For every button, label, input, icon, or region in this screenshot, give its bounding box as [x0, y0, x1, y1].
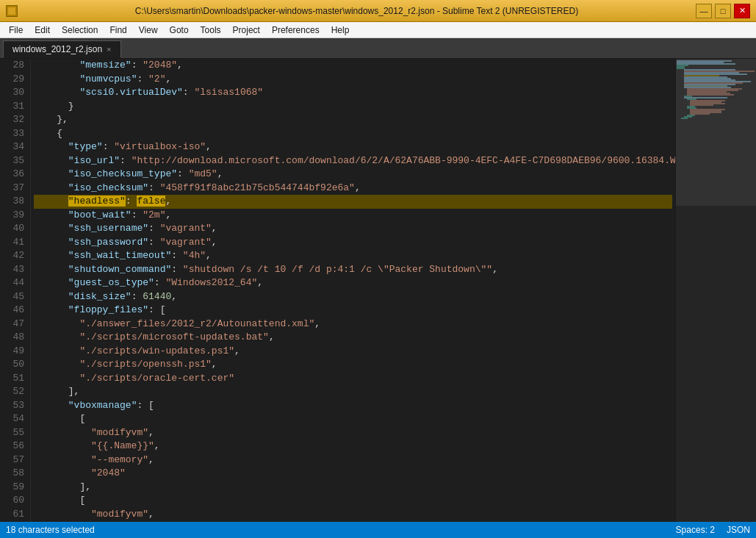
code-line-34: "type": "virtualbox-iso",	[34, 140, 672, 154]
line-num-58: 58	[3, 467, 24, 481]
menu-help[interactable]: Help	[325, 24, 356, 37]
line-num-38: 38	[3, 195, 24, 209]
line-num-62: 62	[3, 521, 24, 522]
line-num-31: 31	[3, 100, 24, 114]
code-line-41: "ssh_password": "vagrant",	[34, 236, 672, 250]
line-num-43: 43	[3, 263, 24, 277]
line-num-28: 28	[3, 59, 24, 73]
line-num-60: 60	[3, 494, 24, 508]
line-num-57: 57	[3, 453, 24, 467]
code-line-43: "shutdown_command": "shutdown /s /t 10 /…	[34, 263, 672, 277]
selection-status: 18 characters selected	[6, 525, 95, 535]
status-bar: 18 characters selected Spaces: 2 JSON	[0, 522, 756, 538]
menu-bar: File Edit Selection Find View Goto Tools…	[0, 22, 756, 38]
line-num-34: 34	[3, 140, 24, 154]
line-num-48: 48	[3, 331, 24, 345]
menu-preferences[interactable]: Preferences	[266, 24, 325, 37]
code-line-31: }	[34, 100, 672, 114]
code-line-44: "guest_os_type": "Windows2012_64",	[34, 276, 672, 290]
line-num-55: 55	[3, 426, 24, 440]
line-num-44: 44	[3, 276, 24, 290]
line-numbers: 28 29 30 31 32 33 34 35 36 37 38 39 40 4…	[0, 59, 31, 522]
line-num-42: 42	[3, 249, 24, 263]
code-line-60: [	[34, 494, 672, 508]
line-num-49: 49	[3, 345, 24, 359]
maximize-button[interactable]: □	[715, 4, 731, 18]
menu-view[interactable]: View	[133, 24, 164, 37]
code-line-39: "boot_wait": "2m",	[34, 209, 672, 223]
status-right: Spaces: 2 JSON	[676, 525, 750, 535]
code-line-54: [	[34, 412, 672, 426]
code-line-52: ],	[34, 385, 672, 399]
menu-tools[interactable]: Tools	[195, 24, 227, 37]
code-line-62: "{{.Name}}",	[34, 521, 672, 522]
line-num-41: 41	[3, 236, 24, 250]
minimap[interactable]	[675, 59, 756, 522]
code-line-53: "vboxmanage": [	[34, 399, 672, 413]
line-num-35: 35	[3, 154, 24, 168]
menu-selection[interactable]: Selection	[56, 24, 104, 37]
menu-goto[interactable]: Goto	[164, 24, 195, 37]
code-line-28: "memsize": "2048",	[34, 59, 672, 73]
code-line-47: "./answer_files/2012_r2/Autounattend.xml…	[34, 318, 672, 331]
window-controls: — □ ✕	[696, 4, 750, 18]
code-line-29: "numvcpus": "2",	[34, 73, 672, 87]
code-line-55: "modifyvm",	[34, 426, 672, 440]
title-bar: C:\Users\smartin\Downloads\packer-window…	[0, 0, 756, 22]
minimize-button[interactable]: —	[696, 4, 712, 18]
tab-bar: windows_2012_r2.json ×	[0, 38, 756, 59]
code-editor[interactable]: "memsize": "2048", "numvcpus": "2", "scs…	[31, 59, 675, 522]
svg-rect-1	[8, 7, 15, 15]
code-line-50: "./scripts/openssh.ps1",	[34, 358, 672, 372]
tab-label: windows_2012_r2.json	[12, 44, 102, 54]
minimap-content	[676, 59, 756, 522]
line-num-37: 37	[3, 182, 24, 196]
line-num-30: 30	[3, 86, 24, 100]
line-num-39: 39	[3, 209, 24, 223]
code-line-58: "2048"	[34, 467, 672, 481]
code-line-30: "scsi0.virtualDev": "lsisas1068"	[34, 86, 672, 100]
editor-container: 28 29 30 31 32 33 34 35 36 37 38 39 40 4…	[0, 59, 756, 522]
line-num-47: 47	[3, 318, 24, 331]
window-title: C:\Users\smartin\Downloads\packer-window…	[18, 6, 696, 16]
syntax-indicator[interactable]: JSON	[727, 525, 750, 535]
line-num-45: 45	[3, 290, 24, 304]
line-num-33: 33	[3, 127, 24, 141]
code-line-32: },	[34, 113, 672, 127]
code-line-48: "./scripts/microsoft-updates.bat",	[34, 331, 672, 345]
line-num-54: 54	[3, 412, 24, 426]
code-line-37: "iso_checksum": "458ff91f8abc21b75cb5447…	[34, 182, 672, 196]
menu-edit[interactable]: Edit	[29, 24, 56, 37]
line-num-40: 40	[3, 222, 24, 236]
menu-file[interactable]: File	[3, 24, 29, 37]
code-line-57: "--memory",	[34, 453, 672, 467]
code-line-42: "ssh_wait_timeout": "4h",	[34, 249, 672, 263]
line-num-36: 36	[3, 168, 24, 182]
line-num-61: 61	[3, 508, 24, 522]
code-line-45: "disk_size": 61440,	[34, 290, 672, 304]
line-num-46: 46	[3, 304, 24, 318]
code-line-33: {	[34, 127, 672, 141]
code-line-51: "./scripts/oracle-cert.cer"	[34, 372, 672, 386]
tab-main-file[interactable]: windows_2012_r2.json ×	[3, 40, 121, 58]
code-line-36: "iso_checksum_type": "md5",	[34, 168, 672, 182]
line-num-32: 32	[3, 113, 24, 127]
spaces-indicator[interactable]: Spaces: 2	[676, 525, 715, 535]
code-line-38: "headless": false,	[34, 195, 672, 209]
line-num-29: 29	[3, 73, 24, 87]
code-line-56: "{{.Name}}",	[34, 440, 672, 453]
code-line-49: "./scripts/win-updates.ps1",	[34, 345, 672, 359]
menu-find[interactable]: Find	[104, 24, 132, 37]
status-left: 18 characters selected	[6, 525, 95, 535]
line-num-52: 52	[3, 385, 24, 399]
menu-project[interactable]: Project	[227, 24, 266, 37]
tab-close-icon[interactable]: ×	[107, 45, 111, 54]
code-line-40: "ssh_username": "vagrant",	[34, 222, 672, 236]
code-line-46: "floppy_files": [	[34, 304, 672, 318]
line-num-50: 50	[3, 358, 24, 372]
line-num-59: 59	[3, 481, 24, 495]
close-button[interactable]: ✕	[734, 4, 750, 18]
code-line-35: "iso_url": "http://download.microsoft.co…	[34, 154, 672, 168]
line-num-51: 51	[3, 372, 24, 386]
line-num-56: 56	[3, 440, 24, 453]
